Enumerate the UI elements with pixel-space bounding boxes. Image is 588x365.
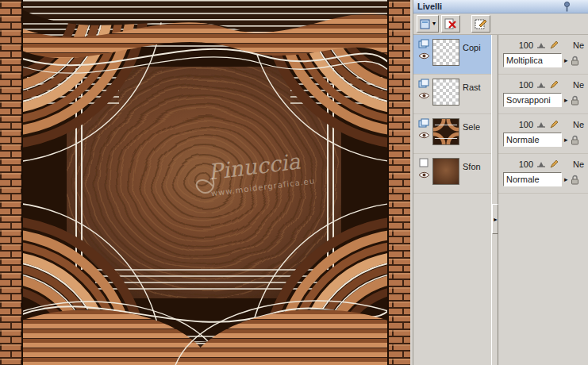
- pen-icon: [549, 120, 559, 129]
- blend-dropdown-icon[interactable]: ▸: [564, 136, 568, 144]
- palette-body: Copi Rast: [413, 35, 588, 365]
- layer-name[interactable]: Copi: [461, 36, 481, 74]
- collapse-arrow-button[interactable]: ►: [492, 204, 498, 234]
- layer-props-sfon: 100 Ne Normale ▸: [498, 154, 588, 194]
- blend-mode-select[interactable]: Sovrapponi: [503, 93, 562, 107]
- delete-layer-button[interactable]: [441, 15, 460, 33]
- opacity-value[interactable]: 100: [503, 80, 533, 90]
- blend-dropdown-icon[interactable]: ▸: [564, 176, 568, 183]
- palette-title: Livelli: [417, 2, 442, 11]
- pen-icon: [549, 80, 559, 90]
- brick-edge-left: [21, 0, 23, 365]
- lock-icon[interactable]: [571, 95, 579, 106]
- opacity-value[interactable]: 100: [503, 40, 533, 50]
- layer-name[interactable]: Sfon: [461, 156, 481, 193]
- blend-mode-value: Normale: [506, 175, 540, 184]
- opacity-value[interactable]: 100: [503, 159, 533, 169]
- pen-icon: [549, 40, 559, 50]
- layer-properties: 100 Ne Moltiplica ▸: [498, 35, 588, 365]
- layer-props-rast: 100 Ne Sovrapponi ▸: [498, 75, 588, 114]
- pin-icon[interactable]: [563, 2, 571, 12]
- raster-layer-icon: [418, 39, 429, 48]
- dropdown-arrow-icon: ▾: [432, 21, 436, 27]
- layer-row-rast[interactable]: Rast: [413, 75, 491, 114]
- visibility-eye-icon[interactable]: [418, 92, 430, 99]
- layer-icons: [417, 156, 431, 193]
- link-set-label[interactable]: Ne: [573, 120, 584, 129]
- layer-thumbnail[interactable]: [432, 158, 459, 185]
- opacity-slider-icon[interactable]: [536, 121, 546, 129]
- new-layer-button[interactable]: ▾: [417, 15, 439, 33]
- layer-thumbnail[interactable]: [432, 118, 459, 145]
- blend-mode-select[interactable]: Normale: [503, 133, 562, 147]
- palette-toolbar: ▾: [413, 13, 588, 35]
- layer-list: Copi Rast: [413, 35, 491, 365]
- blend-mode-value: Normale: [506, 135, 540, 144]
- layer-name[interactable]: Rast: [461, 76, 481, 113]
- layer-thumbnail[interactable]: [432, 39, 459, 66]
- brick-border-right: [388, 0, 410, 365]
- visibility-eye-icon[interactable]: [418, 52, 430, 60]
- raster-layer-icon: [418, 118, 429, 128]
- blend-dropdown-icon[interactable]: ▸: [564, 97, 568, 104]
- new-layer-icon: [420, 18, 431, 29]
- opacity-slider-icon[interactable]: [536, 41, 546, 49]
- layer-icons: [417, 36, 431, 74]
- palette-splitter[interactable]: ►: [491, 35, 498, 365]
- brick-border-left: [0, 0, 22, 365]
- lock-icon[interactable]: [571, 56, 579, 66]
- layer-props-sele: 100 Ne Normale ▸: [498, 114, 588, 154]
- edit-selection-button[interactable]: [471, 15, 490, 33]
- layer-thumbnail[interactable]: [432, 79, 459, 106]
- layer-icons: [417, 76, 431, 113]
- layer-row-sele[interactable]: Sele: [413, 114, 491, 154]
- visibility-eye-icon[interactable]: [418, 171, 430, 179]
- edit-selection-icon: [475, 18, 487, 29]
- canvas-image[interactable]: Pinuccia www.moidergrafica.eu: [0, 0, 410, 365]
- opacity-value[interactable]: 100: [503, 120, 533, 129]
- brick-edge-right: [387, 0, 389, 365]
- app-screen: Pinuccia www.moidergrafica.eu Livelli ▾: [0, 0, 588, 365]
- pen-icon: [549, 159, 559, 169]
- link-set-label[interactable]: Ne: [573, 80, 584, 90]
- link-set-label[interactable]: Ne: [573, 40, 584, 50]
- blend-mode-value: Moltiplica: [506, 56, 543, 65]
- delete-layer-icon: [444, 18, 457, 29]
- lock-icon[interactable]: [571, 175, 579, 185]
- layer-row-copi[interactable]: Copi: [413, 35, 491, 75]
- layers-palette: Livelli ▾: [413, 0, 588, 365]
- link-set-label[interactable]: Ne: [573, 159, 584, 169]
- layer-props-copi: 100 Ne Moltiplica ▸: [498, 35, 588, 75]
- background-layer-icon: [418, 158, 429, 167]
- opacity-slider-icon[interactable]: [536, 81, 546, 89]
- visibility-eye-icon[interactable]: [418, 132, 430, 139]
- palette-titlebar[interactable]: Livelli: [413, 0, 588, 13]
- raster-layer-icon: [418, 79, 429, 88]
- lock-icon[interactable]: [571, 135, 579, 145]
- layer-icons: [417, 116, 431, 153]
- blend-mode-select[interactable]: Moltiplica: [503, 53, 562, 67]
- layer-row-sfon[interactable]: Sfon: [413, 154, 491, 194]
- blend-mode-select[interactable]: Normale: [503, 172, 562, 186]
- image-canvas[interactable]: Pinuccia www.moidergrafica.eu: [0, 0, 410, 365]
- layer-name[interactable]: Sele: [461, 116, 480, 153]
- blend-mode-value: Sovrapponi: [506, 95, 551, 105]
- blend-dropdown-icon[interactable]: ▸: [564, 57, 568, 64]
- opacity-slider-icon[interactable]: [536, 160, 546, 168]
